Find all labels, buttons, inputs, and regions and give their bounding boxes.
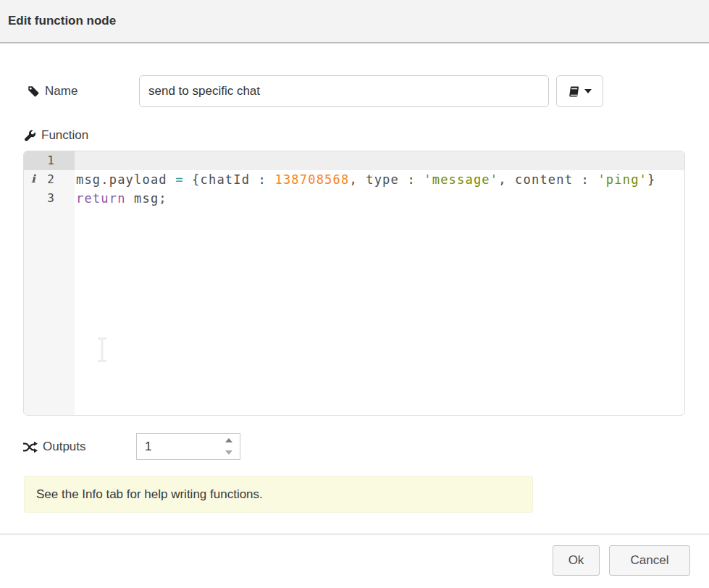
code-line-1 bbox=[76, 151, 684, 170]
code-token: , content : bbox=[498, 172, 597, 187]
code-token: return bbox=[76, 191, 126, 206]
tips-text: See the Info tab for help writing functi… bbox=[36, 487, 263, 502]
dialog-header: Edit function node bbox=[0, 0, 709, 43]
code-token: msg; bbox=[126, 191, 167, 206]
cancel-button-label: Cancel bbox=[631, 553, 669, 568]
shuffle-icon bbox=[22, 441, 38, 453]
name-input[interactable] bbox=[139, 75, 549, 107]
name-label: Name bbox=[28, 75, 77, 107]
code-line-3: return msg; bbox=[76, 189, 684, 208]
code-token: , type : bbox=[349, 172, 424, 187]
edit-function-node-dialog: Edit function node Name bbox=[0, 0, 709, 588]
code-token: } bbox=[647, 172, 655, 187]
line-number: 1 bbox=[24, 151, 75, 170]
ok-button-label: Ok bbox=[569, 553, 584, 568]
spinner-down-button[interactable] bbox=[218, 447, 240, 460]
dialog-title: Edit function node bbox=[0, 14, 116, 28]
line-number: 2 bbox=[24, 170, 75, 189]
editor-line-1: 1 bbox=[24, 151, 684, 170]
text-cursor-pointer bbox=[96, 337, 109, 366]
tag-icon bbox=[28, 85, 40, 98]
line-number: 3 bbox=[24, 189, 75, 208]
spinner-up-icon bbox=[225, 438, 232, 442]
code-line-2: msg.payload = {chatId : 138708568, type … bbox=[76, 170, 684, 189]
spinner-down-icon bbox=[225, 450, 232, 455]
function-label-text: Function bbox=[41, 128, 88, 143]
footer-divider bbox=[0, 534, 709, 534]
code-token: = bbox=[175, 172, 183, 187]
code-token: 138708568 bbox=[274, 172, 349, 187]
spinner-buttons bbox=[218, 434, 240, 459]
library-button[interactable] bbox=[556, 75, 603, 107]
form-tips: See the Info tab for help writing functi… bbox=[24, 476, 533, 513]
outputs-input[interactable] bbox=[137, 434, 218, 459]
spinner-up-button[interactable] bbox=[218, 434, 240, 447]
cancel-button[interactable]: Cancel bbox=[609, 545, 690, 576]
outputs-label-text: Outputs bbox=[43, 440, 86, 454]
function-code-editor[interactable]: 1 i 2 msg.payload = {chatId : 138708568,… bbox=[23, 151, 685, 416]
outputs-label: Outputs bbox=[22, 436, 86, 458]
name-label-text: Name bbox=[45, 84, 77, 98]
code-token: msg.payload bbox=[76, 172, 175, 187]
code-token: 'ping' bbox=[597, 172, 647, 187]
outputs-spinner bbox=[136, 433, 240, 460]
code-token: {chatId : bbox=[184, 172, 275, 187]
function-label: Function bbox=[24, 126, 88, 145]
caret-down-icon bbox=[584, 89, 592, 93]
ok-button[interactable]: Ok bbox=[553, 545, 600, 576]
wrench-icon bbox=[24, 130, 36, 142]
book-icon bbox=[568, 85, 580, 98]
code-token: 'message' bbox=[424, 172, 498, 187]
editor-line-2: i 2 msg.payload = {chatId : 138708568, t… bbox=[24, 170, 684, 189]
editor-line-3: 3 return msg; bbox=[24, 189, 684, 208]
